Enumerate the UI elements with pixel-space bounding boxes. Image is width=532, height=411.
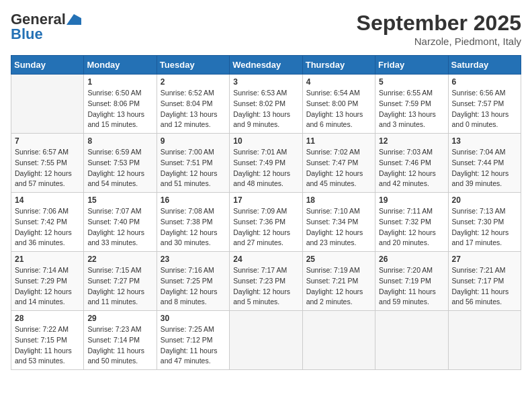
calendar-cell: 15Sunrise: 7:07 AM Sunset: 7:40 PM Dayli… (84, 193, 157, 252)
day-info: Sunrise: 7:23 AM Sunset: 7:14 PM Dayligh… (87, 324, 152, 367)
day-info: Sunrise: 6:56 AM Sunset: 7:57 PM Dayligh… (452, 88, 517, 130)
calendar-cell: 25Sunrise: 7:19 AM Sunset: 7:21 PM Dayli… (302, 252, 375, 311)
calendar-cell: 8Sunrise: 6:59 AM Sunset: 7:53 PM Daylig… (84, 134, 157, 193)
col-header-wednesday: Wednesday (230, 56, 302, 75)
day-info: Sunrise: 7:07 AM Sunset: 7:40 PM Dayligh… (87, 206, 152, 248)
calendar-cell (375, 311, 448, 370)
calendar-week-row: 1Sunrise: 6:50 AM Sunset: 8:06 PM Daylig… (11, 75, 521, 134)
day-number: 9 (161, 136, 226, 146)
day-number: 28 (15, 314, 80, 323)
calendar-cell: 5Sunrise: 6:55 AM Sunset: 7:59 PM Daylig… (375, 75, 448, 134)
logo-icon (66, 14, 81, 25)
day-info: Sunrise: 7:20 AM Sunset: 7:19 PM Dayligh… (379, 265, 444, 308)
day-info: Sunrise: 7:17 AM Sunset: 7:23 PM Dayligh… (233, 265, 298, 308)
day-number: 13 (452, 136, 517, 146)
day-info: Sunrise: 6:50 AM Sunset: 8:06 PM Dayligh… (87, 88, 152, 130)
calendar-week-row: 21Sunrise: 7:14 AM Sunset: 7:29 PM Dayli… (11, 252, 521, 311)
day-number: 29 (87, 314, 152, 323)
day-number: 25 (306, 255, 371, 264)
col-header-monday: Monday (84, 56, 157, 75)
calendar-cell: 10Sunrise: 7:01 AM Sunset: 7:49 PM Dayli… (230, 134, 302, 193)
day-info: Sunrise: 6:52 AM Sunset: 8:04 PM Dayligh… (161, 88, 226, 130)
day-info: Sunrise: 7:06 AM Sunset: 7:42 PM Dayligh… (15, 206, 80, 248)
day-info: Sunrise: 7:08 AM Sunset: 7:38 PM Dayligh… (161, 206, 226, 248)
calendar-cell: 4Sunrise: 6:54 AM Sunset: 8:00 PM Daylig… (302, 75, 375, 134)
day-number: 24 (233, 255, 298, 264)
title-block: September 2025 Narzole, Piedmont, Italy (357, 11, 521, 47)
calendar-cell: 27Sunrise: 7:21 AM Sunset: 7:17 PM Dayli… (448, 252, 521, 311)
svg-marker-0 (66, 14, 81, 25)
day-number: 23 (161, 255, 226, 264)
day-info: Sunrise: 7:22 AM Sunset: 7:15 PM Dayligh… (15, 324, 80, 367)
day-number: 12 (379, 136, 444, 146)
day-number: 17 (233, 195, 298, 205)
day-info: Sunrise: 7:25 AM Sunset: 7:12 PM Dayligh… (161, 324, 226, 367)
day-number: 19 (379, 195, 444, 205)
calendar-cell: 26Sunrise: 7:20 AM Sunset: 7:19 PM Dayli… (375, 252, 448, 311)
calendar-week-row: 14Sunrise: 7:06 AM Sunset: 7:42 PM Dayli… (11, 193, 521, 252)
calendar-cell: 12Sunrise: 7:03 AM Sunset: 7:46 PM Dayli… (375, 134, 448, 193)
day-info: Sunrise: 7:16 AM Sunset: 7:25 PM Dayligh… (161, 265, 226, 308)
day-number: 20 (452, 195, 517, 205)
day-number: 8 (87, 136, 152, 146)
calendar-cell: 14Sunrise: 7:06 AM Sunset: 7:42 PM Dayli… (11, 193, 84, 252)
calendar-cell: 24Sunrise: 7:17 AM Sunset: 7:23 PM Dayli… (230, 252, 302, 311)
day-info: Sunrise: 7:00 AM Sunset: 7:51 PM Dayligh… (161, 147, 226, 189)
calendar-week-row: 28Sunrise: 7:22 AM Sunset: 7:15 PM Dayli… (11, 311, 521, 370)
day-number: 30 (161, 314, 226, 323)
col-header-sunday: Sunday (11, 56, 84, 75)
day-number: 5 (379, 77, 444, 87)
calendar-header-row: SundayMondayTuesdayWednesdayThursdayFrid… (11, 56, 521, 75)
calendar-cell: 2Sunrise: 6:52 AM Sunset: 8:04 PM Daylig… (157, 75, 229, 134)
calendar-cell: 3Sunrise: 6:53 AM Sunset: 8:02 PM Daylig… (230, 75, 302, 134)
calendar-cell (302, 311, 375, 370)
col-header-saturday: Saturday (448, 56, 521, 75)
day-number: 16 (161, 195, 226, 205)
calendar-cell: 19Sunrise: 7:11 AM Sunset: 7:32 PM Dayli… (375, 193, 448, 252)
calendar-cell: 13Sunrise: 7:04 AM Sunset: 7:44 PM Dayli… (448, 134, 521, 193)
calendar-cell (448, 311, 521, 370)
calendar-cell: 20Sunrise: 7:13 AM Sunset: 7:30 PM Dayli… (448, 193, 521, 252)
day-number: 3 (233, 77, 298, 87)
calendar-cell: 18Sunrise: 7:10 AM Sunset: 7:34 PM Dayli… (302, 193, 375, 252)
day-info: Sunrise: 7:10 AM Sunset: 7:34 PM Dayligh… (306, 206, 371, 248)
day-number: 26 (379, 255, 444, 264)
calendar-cell: 11Sunrise: 7:02 AM Sunset: 7:47 PM Dayli… (302, 134, 375, 193)
col-header-tuesday: Tuesday (157, 56, 229, 75)
day-info: Sunrise: 6:59 AM Sunset: 7:53 PM Dayligh… (87, 147, 152, 189)
calendar-cell: 7Sunrise: 6:57 AM Sunset: 7:55 PM Daylig… (11, 134, 84, 193)
location: Narzole, Piedmont, Italy (357, 36, 521, 47)
day-info: Sunrise: 7:02 AM Sunset: 7:47 PM Dayligh… (306, 147, 371, 189)
calendar-cell: 9Sunrise: 7:00 AM Sunset: 7:51 PM Daylig… (157, 134, 229, 193)
day-number: 14 (15, 195, 80, 205)
day-number: 22 (87, 255, 152, 264)
day-info: Sunrise: 7:04 AM Sunset: 7:44 PM Dayligh… (452, 147, 517, 189)
calendar-cell: 21Sunrise: 7:14 AM Sunset: 7:29 PM Dayli… (11, 252, 84, 311)
calendar-cell: 16Sunrise: 7:08 AM Sunset: 7:38 PM Dayli… (157, 193, 229, 252)
calendar-cell: 30Sunrise: 7:25 AM Sunset: 7:12 PM Dayli… (157, 311, 229, 370)
day-number: 18 (306, 195, 371, 205)
day-info: Sunrise: 7:19 AM Sunset: 7:21 PM Dayligh… (306, 265, 371, 308)
col-header-friday: Friday (375, 56, 448, 75)
logo-blue: Blue (11, 26, 43, 43)
day-info: Sunrise: 6:53 AM Sunset: 8:02 PM Dayligh… (233, 88, 298, 130)
day-number: 2 (161, 77, 226, 87)
calendar-cell: 29Sunrise: 7:23 AM Sunset: 7:14 PM Dayli… (84, 311, 157, 370)
calendar-cell (11, 75, 84, 134)
day-info: Sunrise: 7:14 AM Sunset: 7:29 PM Dayligh… (15, 265, 80, 308)
day-number: 21 (15, 255, 80, 264)
day-number: 4 (306, 77, 371, 87)
calendar-cell: 28Sunrise: 7:22 AM Sunset: 7:15 PM Dayli… (11, 311, 84, 370)
calendar-cell: 22Sunrise: 7:15 AM Sunset: 7:27 PM Dayli… (84, 252, 157, 311)
calendar-cell: 23Sunrise: 7:16 AM Sunset: 7:25 PM Dayli… (157, 252, 229, 311)
calendar-cell: 6Sunrise: 6:56 AM Sunset: 7:57 PM Daylig… (448, 75, 521, 134)
day-info: Sunrise: 7:03 AM Sunset: 7:46 PM Dayligh… (379, 147, 444, 189)
month-title: September 2025 (357, 11, 521, 36)
page-header: General Blue September 2025 Narzole, Pie… (11, 11, 521, 47)
day-number: 10 (233, 136, 298, 146)
calendar-week-row: 7Sunrise: 6:57 AM Sunset: 7:55 PM Daylig… (11, 134, 521, 193)
day-number: 1 (87, 77, 152, 87)
calendar-cell: 1Sunrise: 6:50 AM Sunset: 8:06 PM Daylig… (84, 75, 157, 134)
day-info: Sunrise: 7:21 AM Sunset: 7:17 PM Dayligh… (452, 265, 517, 308)
day-info: Sunrise: 6:55 AM Sunset: 7:59 PM Dayligh… (379, 88, 444, 130)
